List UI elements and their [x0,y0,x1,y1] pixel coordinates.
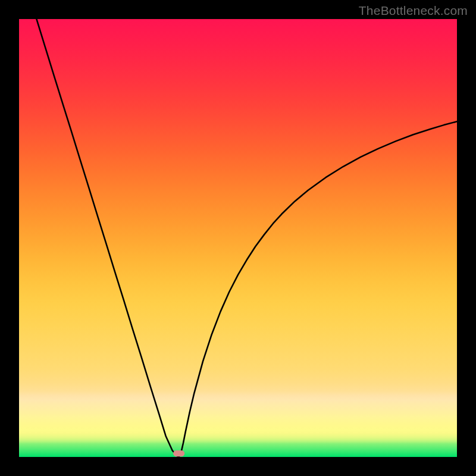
curves-svg [19,19,457,457]
curve-right-branch [179,121,457,457]
vertex-marker [173,450,184,456]
plot-area [19,19,457,457]
watermark-text: TheBottleneck.com [359,4,468,18]
curve-left-branch [36,19,178,457]
chart-frame: TheBottleneck.com [0,0,476,476]
